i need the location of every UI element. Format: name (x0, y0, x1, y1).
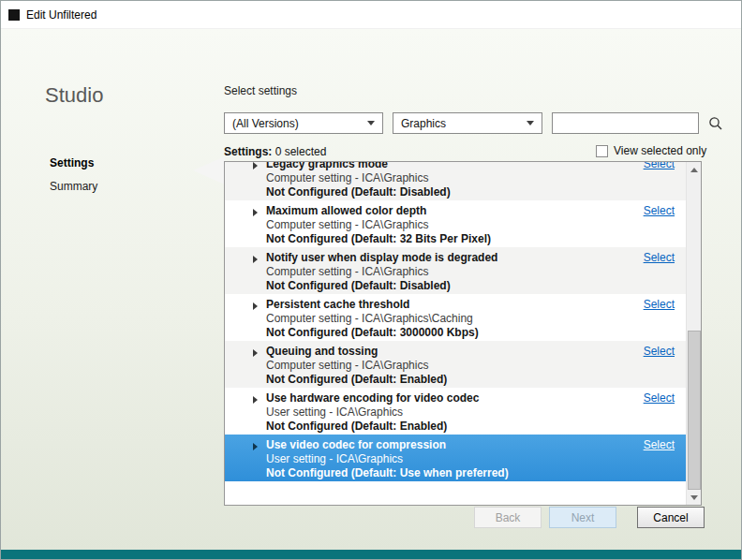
view-selected-only: View selected only (596, 144, 706, 157)
window-title: Edit Unfiltered (26, 8, 96, 22)
setting-row-use-hardware-encoding[interactable]: Use hardware encoding for video codec Us… (225, 388, 686, 435)
sidebar-item-settings[interactable]: Settings (50, 156, 94, 169)
window-titlebar: Edit Unfiltered (1, 1, 741, 29)
setting-title: Persistent cache threshold (266, 298, 601, 312)
setting-default: Not Configured (Default: Disabled) (266, 279, 601, 293)
scrollbar[interactable] (686, 162, 701, 505)
setting-scope: Computer setting - ICA\Graphics (266, 265, 601, 279)
setting-scope: Computer setting - ICA\Graphics (266, 359, 601, 373)
edit-unfiltered-dialog: Edit Unfiltered Studio Settings Summary … (0, 0, 742, 560)
select-link[interactable]: Select (644, 438, 675, 452)
expand-icon[interactable] (253, 349, 258, 357)
studio-brand: Studio (45, 83, 103, 108)
setting-scope: User setting - ICA\Graphics (266, 452, 601, 466)
version-dropdown-value: (All Versions) (232, 117, 299, 130)
setting-default: Not Configured (Default: Enabled) (266, 420, 601, 434)
page-title: Select settings (224, 84, 297, 97)
settings-rows: Legacy graphics mode Computer setting - … (225, 161, 686, 481)
setting-row-legacy-graphics-mode[interactable]: Legacy graphics mode Computer setting - … (225, 161, 686, 200)
search-input[interactable] (553, 113, 707, 133)
expand-icon[interactable] (253, 443, 258, 450)
setting-row-maximum-allowed-color-depth[interactable]: Maximum allowed color depth Computer set… (225, 200, 686, 247)
chevron-down-icon (367, 121, 375, 125)
setting-title: Use video codec for compression (266, 438, 601, 452)
setting-title: Notify user when display mode is degrade… (266, 251, 601, 265)
expand-icon[interactable] (253, 256, 258, 263)
select-link[interactable]: Select (644, 345, 675, 359)
settings-count-label: Settings: (224, 145, 272, 158)
settings-list: Legacy graphics mode Computer setting - … (224, 161, 702, 506)
expand-icon[interactable] (253, 209, 258, 216)
scroll-down-button[interactable] (687, 490, 702, 505)
setting-title: Maximum allowed color depth (266, 204, 601, 218)
setting-default: Not Configured (Default: Disabled) (266, 185, 601, 199)
cancel-button[interactable]: Cancel (637, 507, 705, 528)
select-link[interactable]: Select (644, 204, 675, 218)
setting-default: Not Configured (Default: Use when prefer… (266, 466, 601, 480)
app-icon (8, 9, 20, 21)
scrollbar-thumb[interactable] (688, 331, 701, 490)
setting-row-use-video-codec[interactable]: Use video codec for compression User set… (225, 435, 686, 481)
sidebar-item-summary[interactable]: Summary (50, 180, 97, 193)
setting-default: Not Configured (Default: 32 Bits Per Pix… (266, 232, 601, 246)
setting-row-persistent-cache-threshold[interactable]: Persistent cache threshold Computer sett… (225, 294, 686, 341)
next-button[interactable]: Next (549, 507, 616, 528)
expand-icon[interactable] (253, 396, 258, 404)
setting-row-queuing-and-tossing[interactable]: Queuing and tossing Computer setting - I… (225, 341, 686, 388)
search-icon[interactable] (707, 115, 724, 132)
triangle-down-icon (690, 495, 698, 500)
setting-default: Not Configured (Default: 3000000 Kbps) (266, 326, 601, 340)
category-dropdown[interactable]: Graphics (393, 112, 542, 134)
nav-pointer (193, 156, 225, 184)
settings-count: Settings: 0 selected (224, 145, 326, 158)
setting-row-notify-user-display-degraded[interactable]: Notify user when display mode is degrade… (225, 247, 686, 294)
setting-scope: Computer setting - ICA\Graphics (266, 218, 601, 232)
setting-scope: User setting - ICA\Graphics (266, 405, 601, 420)
triangle-up-icon (690, 168, 698, 172)
setting-title: Legacy graphics mode (266, 161, 601, 171)
accent-bar (1, 550, 741, 559)
view-selected-checkbox[interactable] (596, 145, 608, 157)
chevron-down-icon (527, 121, 534, 125)
select-link[interactable]: Select (644, 391, 675, 405)
setting-title: Use hardware encoding for video codec (266, 391, 601, 405)
scroll-up-button[interactable] (687, 162, 702, 177)
select-link[interactable]: Select (644, 298, 675, 312)
setting-default: Not Configured (Default: Enabled) (266, 373, 601, 387)
expand-icon[interactable] (253, 302, 258, 310)
view-selected-label: View selected only (614, 144, 706, 157)
setting-title: Queuing and tossing (266, 345, 601, 359)
version-dropdown[interactable]: (All Versions) (224, 112, 383, 134)
setting-scope: Computer setting - ICA\Graphics (266, 171, 601, 185)
setting-scope: Computer setting - ICA\Graphics\Caching (266, 312, 601, 326)
category-dropdown-value: Graphics (401, 117, 446, 130)
settings-count-value: 0 selected (275, 145, 327, 158)
back-button[interactable]: Back (474, 507, 542, 528)
select-link[interactable]: Select (644, 251, 675, 265)
select-link[interactable]: Select (644, 161, 675, 171)
search-box (552, 112, 699, 134)
expand-icon[interactable] (253, 162, 258, 169)
